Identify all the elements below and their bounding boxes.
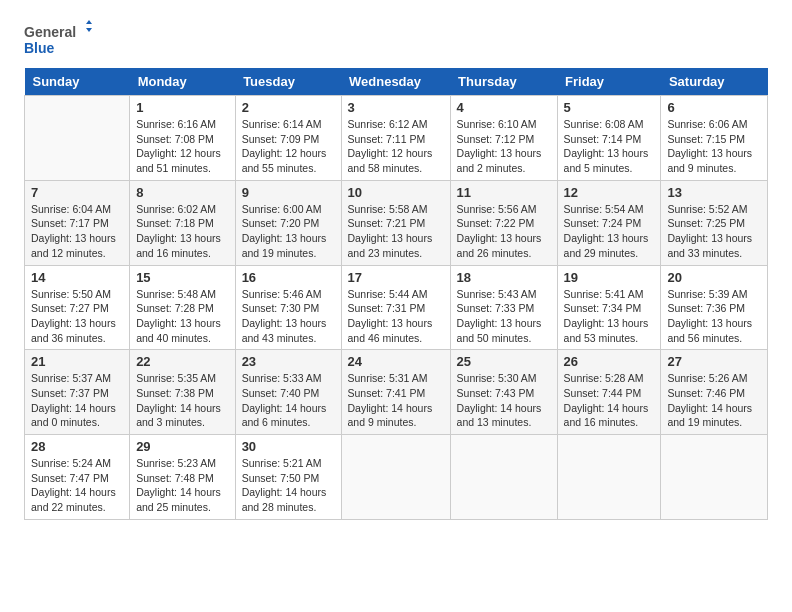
calendar-cell: 17Sunrise: 5:44 AM Sunset: 7:31 PM Dayli…	[341, 265, 450, 350]
col-header-wednesday: Wednesday	[341, 68, 450, 96]
day-number: 11	[457, 185, 551, 200]
day-info: Sunrise: 6:12 AM Sunset: 7:11 PM Dayligh…	[348, 117, 444, 176]
day-number: 8	[136, 185, 228, 200]
svg-marker-2	[86, 20, 92, 24]
calendar-cell: 18Sunrise: 5:43 AM Sunset: 7:33 PM Dayli…	[450, 265, 557, 350]
day-number: 23	[242, 354, 335, 369]
day-number: 5	[564, 100, 655, 115]
calendar-cell: 5Sunrise: 6:08 AM Sunset: 7:14 PM Daylig…	[557, 96, 661, 181]
page-header: General Blue	[24, 20, 768, 60]
calendar-cell: 29Sunrise: 5:23 AM Sunset: 7:48 PM Dayli…	[130, 435, 235, 520]
day-info: Sunrise: 6:10 AM Sunset: 7:12 PM Dayligh…	[457, 117, 551, 176]
day-info: Sunrise: 5:41 AM Sunset: 7:34 PM Dayligh…	[564, 287, 655, 346]
day-info: Sunrise: 5:30 AM Sunset: 7:43 PM Dayligh…	[457, 371, 551, 430]
calendar-cell: 14Sunrise: 5:50 AM Sunset: 7:27 PM Dayli…	[25, 265, 130, 350]
col-header-monday: Monday	[130, 68, 235, 96]
calendar-cell	[25, 96, 130, 181]
calendar-cell: 30Sunrise: 5:21 AM Sunset: 7:50 PM Dayli…	[235, 435, 341, 520]
day-number: 9	[242, 185, 335, 200]
calendar-cell: 1Sunrise: 6:16 AM Sunset: 7:08 PM Daylig…	[130, 96, 235, 181]
calendar-cell	[661, 435, 768, 520]
day-number: 18	[457, 270, 551, 285]
day-info: Sunrise: 6:02 AM Sunset: 7:18 PM Dayligh…	[136, 202, 228, 261]
day-info: Sunrise: 5:28 AM Sunset: 7:44 PM Dayligh…	[564, 371, 655, 430]
calendar-cell: 12Sunrise: 5:54 AM Sunset: 7:24 PM Dayli…	[557, 180, 661, 265]
day-number: 22	[136, 354, 228, 369]
day-number: 1	[136, 100, 228, 115]
day-number: 20	[667, 270, 761, 285]
day-info: Sunrise: 5:54 AM Sunset: 7:24 PM Dayligh…	[564, 202, 655, 261]
calendar-cell	[341, 435, 450, 520]
calendar-cell: 26Sunrise: 5:28 AM Sunset: 7:44 PM Dayli…	[557, 350, 661, 435]
day-info: Sunrise: 5:56 AM Sunset: 7:22 PM Dayligh…	[457, 202, 551, 261]
day-info: Sunrise: 5:26 AM Sunset: 7:46 PM Dayligh…	[667, 371, 761, 430]
day-info: Sunrise: 5:58 AM Sunset: 7:21 PM Dayligh…	[348, 202, 444, 261]
day-number: 21	[31, 354, 123, 369]
day-info: Sunrise: 5:46 AM Sunset: 7:30 PM Dayligh…	[242, 287, 335, 346]
calendar-cell: 2Sunrise: 6:14 AM Sunset: 7:09 PM Daylig…	[235, 96, 341, 181]
calendar-cell: 22Sunrise: 5:35 AM Sunset: 7:38 PM Dayli…	[130, 350, 235, 435]
calendar-cell: 27Sunrise: 5:26 AM Sunset: 7:46 PM Dayli…	[661, 350, 768, 435]
day-number: 10	[348, 185, 444, 200]
day-info: Sunrise: 5:24 AM Sunset: 7:47 PM Dayligh…	[31, 456, 123, 515]
calendar-table: SundayMondayTuesdayWednesdayThursdayFrid…	[24, 68, 768, 520]
calendar-cell: 3Sunrise: 6:12 AM Sunset: 7:11 PM Daylig…	[341, 96, 450, 181]
calendar-cell: 9Sunrise: 6:00 AM Sunset: 7:20 PM Daylig…	[235, 180, 341, 265]
calendar-cell: 13Sunrise: 5:52 AM Sunset: 7:25 PM Dayli…	[661, 180, 768, 265]
day-info: Sunrise: 5:23 AM Sunset: 7:48 PM Dayligh…	[136, 456, 228, 515]
day-number: 2	[242, 100, 335, 115]
day-number: 19	[564, 270, 655, 285]
calendar-cell: 19Sunrise: 5:41 AM Sunset: 7:34 PM Dayli…	[557, 265, 661, 350]
calendar-cell: 10Sunrise: 5:58 AM Sunset: 7:21 PM Dayli…	[341, 180, 450, 265]
calendar-cell	[557, 435, 661, 520]
day-number: 29	[136, 439, 228, 454]
day-number: 4	[457, 100, 551, 115]
calendar-cell: 4Sunrise: 6:10 AM Sunset: 7:12 PM Daylig…	[450, 96, 557, 181]
logo: General Blue	[24, 20, 94, 60]
day-number: 12	[564, 185, 655, 200]
day-info: Sunrise: 5:43 AM Sunset: 7:33 PM Dayligh…	[457, 287, 551, 346]
day-info: Sunrise: 5:48 AM Sunset: 7:28 PM Dayligh…	[136, 287, 228, 346]
svg-text:Blue: Blue	[24, 40, 55, 56]
day-info: Sunrise: 5:39 AM Sunset: 7:36 PM Dayligh…	[667, 287, 761, 346]
calendar-cell: 21Sunrise: 5:37 AM Sunset: 7:37 PM Dayli…	[25, 350, 130, 435]
day-number: 30	[242, 439, 335, 454]
day-number: 6	[667, 100, 761, 115]
logo-svg: General Blue	[24, 20, 94, 60]
calendar-cell: 20Sunrise: 5:39 AM Sunset: 7:36 PM Dayli…	[661, 265, 768, 350]
day-info: Sunrise: 5:21 AM Sunset: 7:50 PM Dayligh…	[242, 456, 335, 515]
day-number: 26	[564, 354, 655, 369]
day-number: 7	[31, 185, 123, 200]
calendar-cell: 24Sunrise: 5:31 AM Sunset: 7:41 PM Dayli…	[341, 350, 450, 435]
day-info: Sunrise: 6:00 AM Sunset: 7:20 PM Dayligh…	[242, 202, 335, 261]
day-info: Sunrise: 5:44 AM Sunset: 7:31 PM Dayligh…	[348, 287, 444, 346]
day-info: Sunrise: 6:06 AM Sunset: 7:15 PM Dayligh…	[667, 117, 761, 176]
day-info: Sunrise: 6:14 AM Sunset: 7:09 PM Dayligh…	[242, 117, 335, 176]
day-number: 25	[457, 354, 551, 369]
day-number: 3	[348, 100, 444, 115]
calendar-cell: 23Sunrise: 5:33 AM Sunset: 7:40 PM Dayli…	[235, 350, 341, 435]
day-number: 17	[348, 270, 444, 285]
calendar-cell: 25Sunrise: 5:30 AM Sunset: 7:43 PM Dayli…	[450, 350, 557, 435]
day-number: 14	[31, 270, 123, 285]
calendar-cell: 11Sunrise: 5:56 AM Sunset: 7:22 PM Dayli…	[450, 180, 557, 265]
col-header-sunday: Sunday	[25, 68, 130, 96]
svg-marker-3	[86, 28, 92, 32]
day-info: Sunrise: 6:16 AM Sunset: 7:08 PM Dayligh…	[136, 117, 228, 176]
day-number: 27	[667, 354, 761, 369]
calendar-cell: 28Sunrise: 5:24 AM Sunset: 7:47 PM Dayli…	[25, 435, 130, 520]
day-info: Sunrise: 5:52 AM Sunset: 7:25 PM Dayligh…	[667, 202, 761, 261]
day-info: Sunrise: 6:08 AM Sunset: 7:14 PM Dayligh…	[564, 117, 655, 176]
day-info: Sunrise: 5:31 AM Sunset: 7:41 PM Dayligh…	[348, 371, 444, 430]
day-number: 16	[242, 270, 335, 285]
col-header-thursday: Thursday	[450, 68, 557, 96]
col-header-saturday: Saturday	[661, 68, 768, 96]
calendar-cell	[450, 435, 557, 520]
day-info: Sunrise: 5:35 AM Sunset: 7:38 PM Dayligh…	[136, 371, 228, 430]
calendar-cell: 15Sunrise: 5:48 AM Sunset: 7:28 PM Dayli…	[130, 265, 235, 350]
day-info: Sunrise: 5:33 AM Sunset: 7:40 PM Dayligh…	[242, 371, 335, 430]
col-header-tuesday: Tuesday	[235, 68, 341, 96]
day-info: Sunrise: 5:37 AM Sunset: 7:37 PM Dayligh…	[31, 371, 123, 430]
day-info: Sunrise: 5:50 AM Sunset: 7:27 PM Dayligh…	[31, 287, 123, 346]
svg-text:General: General	[24, 24, 76, 40]
